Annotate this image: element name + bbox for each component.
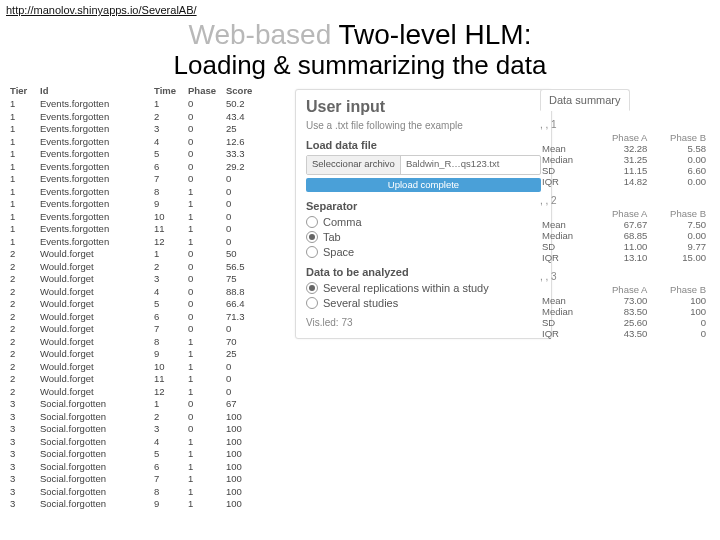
radio-icon — [306, 216, 318, 228]
file-chooser[interactable]: Seleccionar archivo Baldwin_R…qs123.txt — [306, 155, 541, 175]
radio-icon — [306, 246, 318, 258]
table-row: 2Would.forget1010 — [10, 361, 295, 374]
table-row: 1Events.forgotten1110 — [10, 223, 295, 236]
table-row: 1Events.forgotten1010 — [10, 211, 295, 224]
table-row: 2Would.forget5066.4 — [10, 298, 295, 311]
visited-count: Vis.led: 73 — [306, 317, 541, 328]
data-table: TierIdTimePhaseScore 1Events.forgotten10… — [10, 85, 295, 511]
table-row: 2Would.forget1110 — [10, 373, 295, 386]
table-row: 1Events.forgotten700 — [10, 173, 295, 186]
table-row: 1Events.forgotten6029.2 — [10, 161, 295, 174]
separator-label: Separator — [306, 200, 541, 212]
table-row: 1Events.forgotten4012.6 — [10, 136, 295, 149]
separator-option[interactable]: Tab — [306, 231, 541, 243]
table-row: 1Events.forgotten1050.2 — [10, 98, 295, 111]
table-row: 3Social.forgotten20100 — [10, 411, 295, 424]
summary-group: , , 1Phase APhase BMean32.285.58Median31… — [540, 119, 708, 187]
analyze-label: Data to be analyzed — [306, 266, 541, 278]
panel-heading: User input — [306, 98, 541, 116]
analyze-option[interactable]: Several studies — [306, 297, 541, 309]
page-url[interactable]: http://manolov.shinyapps.io/SeveralAB/ — [0, 0, 720, 18]
table-row: 1Events.forgotten5033.3 — [10, 148, 295, 161]
chosen-file-name: Baldwin_R…qs123.txt — [401, 156, 540, 174]
separator-option[interactable]: Comma — [306, 216, 541, 228]
table-row: 3Social.forgotten81100 — [10, 486, 295, 499]
table-row: 2Would.forget9125 — [10, 348, 295, 361]
separator-option[interactable]: Space — [306, 246, 541, 258]
table-row: 3Social.forgotten61100 — [10, 461, 295, 474]
table-row: 2Would.forget4088.8 — [10, 286, 295, 299]
table-row: 2Would.forget6071.3 — [10, 311, 295, 324]
table-row: 3Social.forgotten91100 — [10, 498, 295, 511]
table-row: 3Social.forgotten51100 — [10, 448, 295, 461]
table-row: 2Would.forget1210 — [10, 386, 295, 399]
summary-group: , , 2Phase APhase BMean67.677.50Median68… — [540, 195, 708, 263]
user-input-panel: User input Use a .txt file following the… — [295, 89, 552, 339]
table-row: 1Events.forgotten2043.4 — [10, 111, 295, 124]
load-file-label: Load data file — [306, 139, 541, 151]
radio-icon — [306, 297, 318, 309]
table-row: 1Events.forgotten3025 — [10, 123, 295, 136]
table-row: 2Would.forget8170 — [10, 336, 295, 349]
table-row: 3Social.forgotten71100 — [10, 473, 295, 486]
table-row: 2Would.forget1050 — [10, 248, 295, 261]
data-summary-panel: Data summary , , 1Phase APhase BMean32.2… — [540, 89, 708, 339]
upload-progress: Upload complete — [306, 178, 541, 192]
panel-hint: Use a .txt file following the example — [306, 120, 541, 131]
summary-group: , , 3Phase APhase BMean73.00100Median83.… — [540, 271, 708, 339]
table-row: 3Social.forgotten41100 — [10, 436, 295, 449]
choose-file-button[interactable]: Seleccionar archivo — [307, 156, 401, 174]
table-row: 2Would.forget2056.5 — [10, 261, 295, 274]
page-title: Web-based Two-level HLM: Loading & summa… — [0, 20, 720, 79]
tab-data-summary[interactable]: Data summary — [540, 89, 630, 111]
analyze-option[interactable]: Several replications within a study — [306, 282, 541, 294]
table-row: 1Events.forgotten810 — [10, 186, 295, 199]
table-row: 1Events.forgotten1210 — [10, 236, 295, 249]
table-row: 3Social.forgotten1067 — [10, 398, 295, 411]
table-row: 2Would.forget700 — [10, 323, 295, 336]
table-row: 1Events.forgotten910 — [10, 198, 295, 211]
table-row: 3Social.forgotten30100 — [10, 423, 295, 436]
radio-icon — [306, 282, 318, 294]
radio-icon — [306, 231, 318, 243]
table-row: 2Would.forget3075 — [10, 273, 295, 286]
